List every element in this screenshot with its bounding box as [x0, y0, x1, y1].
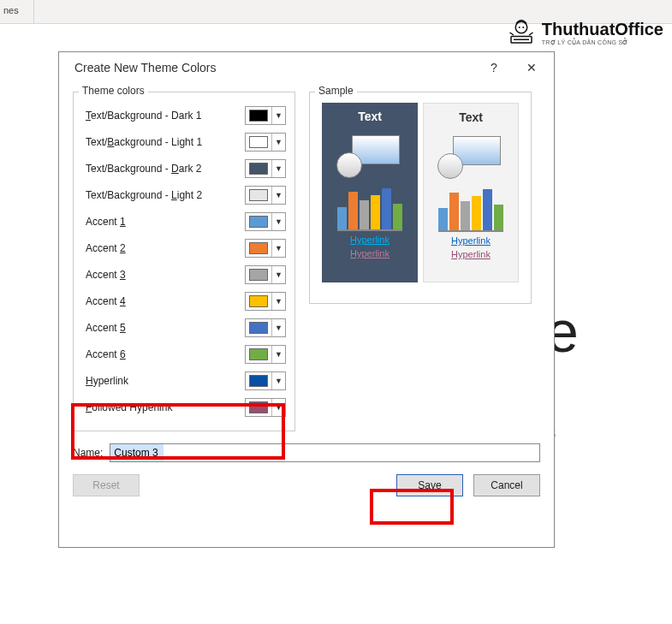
- sample-followed-dark: Hyperlink: [350, 248, 390, 259]
- watermark-logo: ThuthuatOffice TRỢ LÝ CỦA DÂN CÔNG SỞ: [506, 17, 663, 48]
- theme-color-label: Accent 3: [82, 269, 245, 281]
- svg-point-3: [519, 27, 520, 28]
- sample-hyperlink-light: Hyperlink: [451, 235, 491, 246]
- svg-point-4: [522, 27, 524, 28]
- theme-color-label: Hyperlink: [82, 375, 245, 387]
- sample-bar: [382, 188, 391, 229]
- sample-shapes-dark: [331, 130, 408, 178]
- color-picker-button[interactable]: ▼: [245, 133, 286, 152]
- theme-color-row: Followed Hyperlink▼: [82, 395, 286, 419]
- sample-card-light: Text Hyperlink Hyperlink: [423, 103, 519, 282]
- sample-bar: [360, 200, 369, 229]
- color-picker-button[interactable]: ▼: [245, 265, 286, 284]
- theme-color-label: Text/Background - Dark 1: [82, 110, 245, 122]
- dropdown-arrow-icon: ▼: [271, 372, 285, 389]
- theme-name-input[interactable]: [110, 443, 540, 462]
- color-picker-button[interactable]: ▼: [245, 106, 286, 125]
- theme-color-label: Text/Background - Dark 2: [82, 163, 245, 175]
- color-swatch: [249, 110, 268, 122]
- dropdown-arrow-icon: ▼: [271, 160, 285, 177]
- theme-color-row: Accent 2▼: [82, 236, 286, 260]
- dropdown-arrow-icon: ▼: [271, 107, 285, 124]
- theme-color-label: Accent 5: [82, 322, 245, 334]
- close-button[interactable]: ✕: [513, 55, 550, 80]
- color-swatch: [249, 242, 268, 254]
- sample-bar: [461, 201, 470, 230]
- color-picker-button[interactable]: ▼: [245, 292, 286, 311]
- sample-card-dark: Text Hyperlink Hyperlink: [322, 103, 418, 282]
- sample-shapes-light: [432, 131, 509, 179]
- theme-color-row: Accent 3▼: [82, 263, 286, 287]
- sample-bar: [494, 205, 503, 230]
- color-picker-button[interactable]: ▼: [245, 345, 286, 364]
- theme-color-row: Text/Background - Light 2▼: [82, 183, 286, 207]
- dropdown-arrow-icon: ▼: [271, 346, 285, 363]
- save-button[interactable]: Save: [396, 474, 463, 496]
- svg-line-6: [529, 33, 533, 35]
- dropdown-arrow-icon: ▼: [271, 187, 285, 204]
- theme-color-label: Accent 4: [82, 295, 245, 307]
- svg-line-5: [509, 33, 514, 35]
- cancel-button[interactable]: Cancel: [473, 474, 540, 496]
- svg-point-2: [515, 21, 527, 33]
- color-swatch: [249, 269, 268, 281]
- color-picker-button[interactable]: ▼: [245, 212, 286, 231]
- color-picker-button[interactable]: ▼: [245, 371, 286, 390]
- sample-bar: [371, 195, 380, 229]
- theme-color-row: Accent 4▼: [82, 289, 286, 313]
- name-label: Name:: [73, 447, 103, 459]
- sample-bar: [483, 189, 492, 230]
- color-swatch: [249, 216, 268, 228]
- sample-title-light: Text: [459, 110, 483, 124]
- sample-bar: [348, 192, 358, 229]
- color-picker-button[interactable]: ▼: [245, 239, 286, 258]
- sample-title-dark: Text: [358, 110, 382, 123]
- dropdown-arrow-icon: ▼: [271, 293, 285, 310]
- color-swatch: [249, 322, 268, 334]
- mascot-icon: [506, 17, 537, 48]
- dropdown-arrow-icon: ▼: [271, 266, 285, 283]
- theme-color-row: Accent 5▼: [82, 316, 286, 340]
- sample-bar: [438, 208, 448, 230]
- theme-color-row: Text/Background - Dark 1▼: [82, 104, 286, 128]
- ribbon-tab-fragment: nes: [0, 0, 34, 24]
- help-button[interactable]: ?: [475, 55, 513, 80]
- dropdown-arrow-icon: ▼: [271, 213, 285, 230]
- dialog-title: Create New Theme Colors: [74, 61, 475, 74]
- color-swatch: [249, 295, 268, 307]
- color-picker-button[interactable]: ▼: [245, 398, 286, 417]
- theme-color-row: Text/Background - Light 1▼: [82, 130, 286, 154]
- theme-color-label: Text/Background - Light 1: [82, 136, 245, 148]
- sample-bar: [472, 196, 481, 230]
- sample-bars-dark: [337, 185, 402, 231]
- color-picker-button[interactable]: ▼: [245, 186, 286, 205]
- theme-colors-legend: Theme colors: [79, 85, 148, 97]
- color-picker-button[interactable]: ▼: [245, 318, 286, 337]
- color-swatch: [249, 375, 268, 387]
- theme-color-label: Text/Background - Light 2: [82, 189, 245, 201]
- sample-bar: [449, 193, 459, 230]
- theme-color-label: Accent 6: [82, 348, 245, 360]
- sample-bar: [337, 207, 347, 229]
- color-picker-button[interactable]: ▼: [245, 159, 286, 178]
- color-swatch: [249, 163, 268, 175]
- sample-legend: Sample: [315, 85, 357, 97]
- theme-color-label: Accent 1: [82, 216, 245, 228]
- svg-rect-1: [514, 39, 529, 41]
- sample-followed-light: Hyperlink: [451, 249, 491, 259]
- dropdown-arrow-icon: ▼: [271, 399, 285, 416]
- color-swatch: [249, 401, 268, 413]
- theme-color-label: Followed Hyperlink: [82, 401, 245, 413]
- theme-color-row: Accent 1▼: [82, 210, 286, 234]
- theme-color-row: Text/Background - Dark 2▼: [82, 157, 286, 181]
- dropdown-arrow-icon: ▼: [271, 240, 285, 257]
- reset-button[interactable]: Reset: [73, 474, 140, 496]
- theme-colors-group: Theme colors Text/Background - Dark 1▼Te…: [73, 92, 295, 431]
- theme-color-label: Accent 2: [82, 242, 245, 254]
- dropdown-arrow-icon: ▼: [271, 134, 285, 151]
- color-swatch: [249, 189, 268, 201]
- sample-bars-light: [438, 186, 503, 232]
- sample-group: Sample Text Hyperlink Hyperlink Text: [309, 92, 532, 304]
- create-theme-colors-dialog: Create New Theme Colors ? ✕ Theme colors…: [58, 51, 555, 548]
- theme-color-row: Hyperlink▼: [82, 369, 286, 393]
